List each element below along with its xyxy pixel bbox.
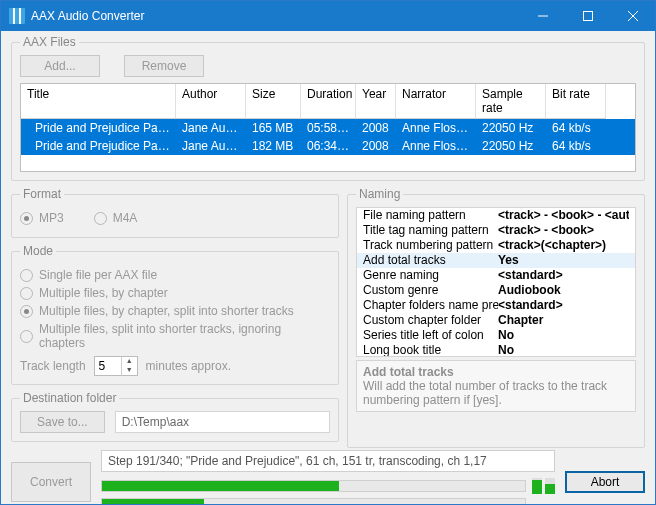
col-title[interactable]: Title — [21, 84, 176, 119]
radio-dot-icon — [20, 305, 33, 318]
dest-path: D:\Temp\aax — [115, 411, 330, 433]
format-group: Format MP3 M4A — [11, 187, 339, 238]
spinner-up-icon[interactable]: ▲ — [122, 357, 137, 366]
mode-split-ignore[interactable]: Multiple files, split into shorter track… — [20, 322, 330, 350]
hint-desc: Will add the total number of tracks to t… — [363, 379, 629, 407]
radio-dot-icon — [94, 212, 107, 225]
aax-files-group: AAX Files Add... Remove Title Author Siz… — [11, 35, 645, 181]
progress-bar-1 — [101, 480, 526, 492]
naming-grid[interactable]: File naming pattern<track> - <book> - <a… — [356, 207, 636, 357]
dest-legend: Destination folder — [20, 391, 119, 405]
tracklen-suffix: minutes approx. — [146, 359, 231, 373]
table-body: Pride and Prejudice Part 1 Jane Austen 1… — [21, 119, 635, 171]
radio-dot-icon — [20, 330, 33, 343]
level-meter-1 — [532, 478, 542, 494]
radio-dot-icon — [20, 212, 33, 225]
mode-single[interactable]: Single file per AAX file — [20, 268, 330, 282]
table-row[interactable]: Pride and Prejudice Part 1 Jane Austen 1… — [21, 119, 635, 137]
col-duration[interactable]: Duration — [301, 84, 356, 119]
naming-row: Long book titleNo — [357, 343, 635, 357]
progress-bar-2 — [101, 498, 526, 505]
table-header: Title Author Size Duration Year Narrator… — [21, 84, 635, 119]
naming-row: Title tag naming pattern<track> - <book> — [357, 223, 635, 238]
convert-button[interactable]: Convert — [11, 462, 91, 502]
naming-row: Track numbering pattern<track>(<chapter>… — [357, 238, 635, 253]
tracklen-label: Track length — [20, 359, 86, 373]
naming-group: Naming File naming pattern<track> - <boo… — [347, 187, 645, 448]
files-table: Title Author Size Duration Year Narrator… — [20, 83, 636, 172]
table-row[interactable]: Pride and Prejudice Part 2 Jane Austen 1… — [21, 137, 635, 155]
close-button[interactable] — [610, 1, 655, 31]
naming-legend: Naming — [356, 187, 403, 201]
naming-row-selected: Add total tracksYes — [357, 253, 635, 268]
mode-group: Mode Single file per AAX file Multiple f… — [11, 244, 339, 385]
mode-legend: Mode — [20, 244, 56, 258]
level-meter-2 — [545, 478, 555, 494]
radio-dot-icon — [20, 269, 33, 282]
window-title: AAX Audio Converter — [31, 9, 520, 23]
radio-dot-icon — [20, 287, 33, 300]
add-button[interactable]: Add... — [20, 55, 100, 77]
radio-mp3[interactable]: MP3 — [20, 211, 64, 225]
svg-rect-1 — [583, 12, 592, 21]
mode-chapter-split[interactable]: Multiple files, by chapter, split into s… — [20, 304, 330, 318]
titlebar: AAX Audio Converter — [1, 1, 655, 31]
col-year[interactable]: Year — [356, 84, 396, 119]
dest-group: Destination folder Save to... D:\Temp\aa… — [11, 391, 339, 442]
col-bitrate[interactable]: Bit rate — [546, 84, 606, 119]
hint-title: Add total tracks — [363, 365, 629, 379]
minimize-button[interactable] — [520, 1, 565, 31]
col-size[interactable]: Size — [246, 84, 301, 119]
naming-row: Chapter folders name prefix<standard> — [357, 298, 635, 313]
col-author[interactable]: Author — [176, 84, 246, 119]
remove-button[interactable]: Remove — [124, 55, 204, 77]
naming-row: Custom genreAudiobook — [357, 283, 635, 298]
app-icon — [9, 8, 25, 24]
col-narrator[interactable]: Narrator — [396, 84, 476, 119]
radio-m4a[interactable]: M4A — [94, 211, 138, 225]
tracklen-spinner[interactable]: 5 ▲ ▼ — [94, 356, 138, 376]
status-text: Step 191/340; "Pride and Prejudice", 61 … — [101, 450, 555, 472]
naming-row: File naming pattern<track> - <book> - <a… — [357, 208, 635, 223]
saveto-button[interactable]: Save to... — [20, 411, 105, 433]
spinner-down-icon[interactable]: ▼ — [122, 366, 137, 375]
maximize-button[interactable] — [565, 1, 610, 31]
aax-legend: AAX Files — [20, 35, 79, 49]
naming-row: Genre naming<standard> — [357, 268, 635, 283]
naming-row: Series title left of colonNo — [357, 328, 635, 343]
format-legend: Format — [20, 187, 64, 201]
abort-button[interactable]: Abort — [565, 471, 645, 493]
col-sample[interactable]: Sample rate — [476, 84, 546, 119]
naming-row: Custom chapter folderChapter — [357, 313, 635, 328]
mode-chapter[interactable]: Multiple files, by chapter — [20, 286, 330, 300]
tracklen-value: 5 — [95, 359, 121, 373]
naming-hint: Add total tracks Will add the total numb… — [356, 360, 636, 412]
